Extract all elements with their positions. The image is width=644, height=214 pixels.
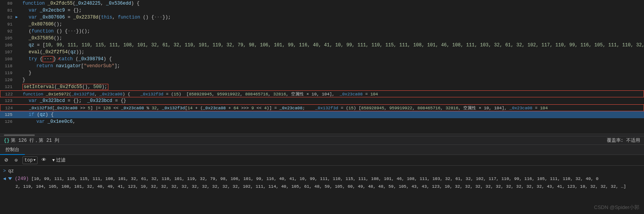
- line-content-118: return navigator["vendorSub"];: [21, 63, 644, 70]
- line-num-120: 120: [0, 76, 15, 83]
- status-coverage: 覆盖率: 不适用: [607, 137, 640, 144]
- line-num-121: 121: [0, 83, 15, 90]
- code-line-92: 92 (function () {···})();: [0, 28, 644, 35]
- status-col: 21: [46, 138, 52, 143]
- line-num-125: 125: [0, 111, 15, 118]
- line-content-120: }: [21, 76, 644, 83]
- editor-area: 80 function _0x2fdc55(_0x248225, _0x536e…: [0, 0, 644, 136]
- code-line-81: 81 var _0x2ecbc9 = {};: [0, 7, 644, 14]
- line-content-105: _0x375856();: [21, 35, 644, 42]
- code-line-108: 108 try {···} catch (_0x398794) { ↗: [0, 56, 644, 63]
- tab-console[interactable]: 控制台: [0, 145, 25, 155]
- line-content-125: if (qz) {: [21, 111, 644, 118]
- line-num-105: 105: [0, 35, 15, 42]
- chevron-down-icon: ▼: [34, 158, 36, 162]
- brace-icon: {}: [4, 138, 9, 143]
- code-line-106: 106 qz = [10, 99, 111, 110, 115, 111, 10…: [0, 42, 644, 49]
- top-label: top: [24, 158, 33, 163]
- console-output-line: ◀ (249) [10, 99, 111, 110, 115, 111, 108…: [0, 175, 644, 183]
- line-content-119: }: [21, 70, 644, 76]
- line-content-81: var _0x2ecbc9 = {};: [21, 7, 644, 14]
- line-arrow-82: ▶: [15, 14, 21, 21]
- console-toolbar: ⊘ ⊙ top ▼ 👁 ▼ 过滤: [0, 155, 644, 166]
- filter-label: 过滤: [56, 157, 65, 163]
- line-content-122: function _0x1e5972(_0x132f3d, _0x23ca08)…: [21, 91, 644, 98]
- console-collapse-arrow[interactable]: ◀: [3, 175, 6, 182]
- console-count: (249): [15, 175, 29, 182]
- line-content-92: (function () {···})();: [21, 28, 644, 35]
- line-content-82: var _0x807606 = _0x22378d(this, function…: [21, 14, 644, 21]
- console-content: > qz ◀ (249) [10, 99, 111, 110, 115, 111…: [0, 166, 644, 214]
- line-num-124: 124: [0, 105, 16, 112]
- pause-button[interactable]: ⊙: [12, 156, 20, 164]
- expand-arrow-icon[interactable]: [8, 177, 12, 180]
- filter-icon: ▼: [52, 158, 55, 163]
- line-num-81: 81: [0, 7, 15, 14]
- eye-button[interactable]: 👁: [40, 156, 48, 164]
- code-lines: 80 function _0x2fdc55(_0x248225, _0x536e…: [0, 0, 644, 134]
- code-line-125: 125 if (qz) {: [0, 111, 644, 118]
- status-line: 126: [19, 138, 27, 143]
- console-input-value[interactable]: qz: [8, 168, 14, 175]
- scrollbar-thumb[interactable]: [4, 134, 35, 136]
- code-line-122: 122 function _0x1e5972(_0x132f3d, _0x23c…: [0, 90, 644, 97]
- horizontal-scrollbar[interactable]: [0, 134, 644, 136]
- code-line-124: 124 _0x132f3d[_0x23ca08 >> 5] |= 128 << …: [0, 104, 644, 111]
- code-line-80: 80 function _0x2fdc55(_0x248225, _0x536e…: [0, 0, 644, 7]
- code-line-123: 123 var _0x323bcd = {}; _0x323bcd = {}: [0, 97, 644, 104]
- code-line-118: 118 return navigator["vendorSub"];: [0, 63, 644, 70]
- console-output-line-2: 2, 119, 104, 105, 108, 101, 32, 40, 49, …: [0, 183, 644, 190]
- line-num-80: 80: [0, 0, 15, 7]
- line-content-123: var _0x323bcd = {}; _0x323bcd = {}: [21, 97, 644, 104]
- line-num-92: 92: [0, 28, 15, 35]
- code-line-121: 121 setInterval(_0x2fdc55(), 500);: [0, 83, 644, 90]
- status-position: 第 126 行，第 21 列: [11, 137, 59, 144]
- line-num-108: 108: [0, 56, 15, 63]
- clear-console-button[interactable]: ⊘: [2, 156, 10, 164]
- code-line-107: 107 eval(_0x2f2f54(qz));: [0, 49, 644, 56]
- code-line-120: 120 }: [0, 76, 644, 83]
- line-num-107: 107: [0, 49, 15, 56]
- line-content-121: setInterval(_0x2fdc55(), 500);: [21, 83, 644, 90]
- line-num-123: 123: [0, 97, 15, 104]
- console-panel: 控制台 ⊘ ⊙ top ▼ 👁 ▼ 过滤 > qz ◀ (249): [0, 144, 644, 214]
- watermark: CSDN @Spider小郭: [594, 204, 639, 211]
- console-array-output-2: 2, 119, 104, 105, 108, 101, 32, 40, 49, …: [15, 183, 626, 190]
- line-num-122: 122: [0, 91, 16, 98]
- line-content-126: var _0x1ee0c6,: [21, 118, 644, 125]
- console-tabs: 控制台: [0, 145, 644, 155]
- code-line-91: 91 _0x807606();: [0, 21, 644, 28]
- status-left: {} 第 126 行，第 21 列: [4, 137, 59, 144]
- line-num-118: 118: [0, 63, 15, 70]
- line-content-91: _0x807606();: [21, 21, 644, 28]
- line-content-124: _0x132f3d[_0x23ca08 >> 5] |= 128 << _0x2…: [21, 105, 644, 112]
- code-line-126: 126 var _0x1ee0c6,: [0, 118, 644, 125]
- line-num-106: 106: [0, 42, 15, 49]
- line-num-82: 82: [0, 14, 15, 21]
- filter-button[interactable]: ▼ 过滤: [50, 156, 68, 164]
- line-num-126: 126: [0, 118, 15, 125]
- code-line-82: 82 ▶ var _0x807606 = _0x22378d(this, fun…: [0, 14, 644, 21]
- top-selector[interactable]: top ▼: [22, 156, 38, 164]
- console-array-values: [10, 99, 111, 110, 115, 111, 108, 101, 3…: [31, 177, 598, 181]
- code-line-119: 119 }: [0, 70, 644, 76]
- console-prompt: >: [3, 168, 6, 175]
- line-content-108: try {···} catch (_0x398794) {: [21, 56, 644, 63]
- console-input-line: > qz: [0, 167, 644, 175]
- console-array-output: [10, 99, 111, 110, 115, 111, 108, 101, 3…: [29, 175, 598, 182]
- line-num-119: 119: [0, 70, 15, 76]
- line-content-106: qz = [10, 99, 111, 110, 115, 111, 108, 1…: [21, 42, 644, 49]
- code-line-105: 105 _0x375856();: [0, 35, 644, 42]
- line-content-107: eval(_0x2f2f54(qz));: [21, 49, 644, 56]
- line-content-80: function _0x2fdc55(_0x248225, _0x536edd)…: [21, 0, 644, 7]
- line-num-91: 91: [0, 21, 15, 28]
- status-bar: {} 第 126 行，第 21 列 覆盖率: 不适用: [0, 136, 644, 144]
